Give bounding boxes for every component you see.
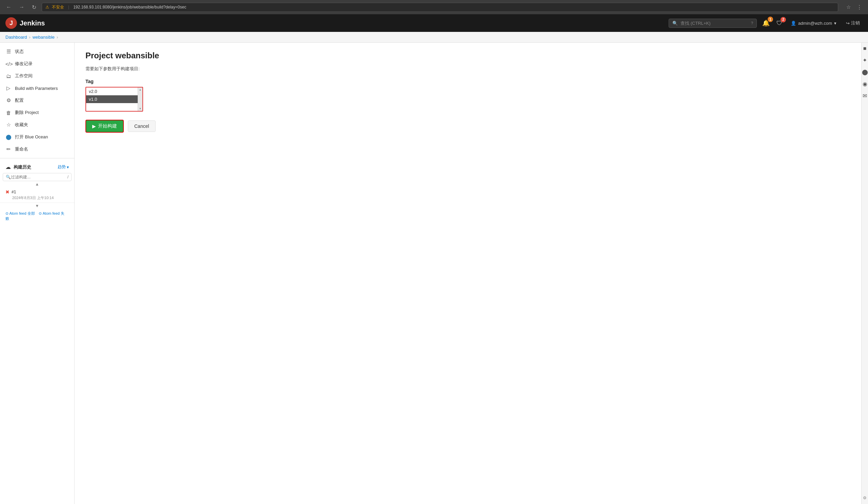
jenkins-logo[interactable]: J Jenkins xyxy=(6,17,45,29)
right-panel-icon-5[interactable]: ✉ xyxy=(862,93,867,99)
start-build-label: 开始构建 xyxy=(98,123,117,129)
notification-badge: 1 xyxy=(768,17,773,22)
build-item-num: ✖ #1 xyxy=(6,189,69,195)
filter-search-icon: 🔍 xyxy=(6,175,11,179)
tag-scroll-up-icon: ▲ xyxy=(139,88,142,91)
sidebar-item-changes[interactable]: </> 修改记录 xyxy=(0,58,74,70)
right-panel: ■ ✦ ⬤ ◉ ✉ ⚙ + xyxy=(861,43,868,504)
sidebar-item-build-with-params[interactable]: ▷ 开始构建 Build with Parameters xyxy=(0,82,74,94)
breadcrumb-sep-1: › xyxy=(29,34,31,40)
search-box[interactable]: 🔍 ? xyxy=(669,19,757,28)
status-icon: ☰ xyxy=(6,49,11,55)
build-description: 需要如下参数用于构建项目: xyxy=(85,66,850,72)
user-menu[interactable]: 👤 admin@wzh.com ▾ xyxy=(788,19,839,27)
browser-actions: ☆ ⋮ xyxy=(844,3,864,11)
trend-button[interactable]: 趋势 ▾ xyxy=(58,164,69,170)
filter-row[interactable]: 🔍 / xyxy=(3,173,72,181)
cancel-button[interactable]: Cancel xyxy=(128,121,156,132)
main-content: Project webansible 需要如下参数用于构建项目: Tag v2.… xyxy=(75,43,861,504)
tag-option-empty[interactable] xyxy=(86,103,142,111)
scroll-up-button[interactable]: ▲ xyxy=(35,182,39,186)
main-layout: ☰ 状态 </> 修改记录 🗂 工作空间 ▷ 开始构建 Build with P… xyxy=(0,43,868,504)
param-tag-label: Tag xyxy=(85,79,850,84)
trend-chevron-icon: ▾ xyxy=(67,165,69,169)
build-history-cloud-icon: ☁ xyxy=(6,164,11,170)
sidebar-item-workspace[interactable]: 🗂 工作空间 xyxy=(0,70,74,82)
delete-icon: 🗑 xyxy=(6,110,11,116)
filter-input[interactable] xyxy=(11,175,68,179)
back-button[interactable]: ← xyxy=(4,3,13,11)
atom-links: ⊙ Atom feed 全部 ⊙ Atom feed 失败 xyxy=(0,209,74,223)
workspace-icon: 🗂 xyxy=(6,73,11,79)
tag-list[interactable]: v2.0 v1.0 ▲ ▼ xyxy=(85,87,143,112)
user-icon: 👤 xyxy=(791,21,796,26)
tag-option-v10[interactable]: v1.0 xyxy=(86,95,142,103)
build-fail-icon: ✖ xyxy=(6,189,10,195)
logout-label: 注销 xyxy=(851,20,860,26)
start-build-button[interactable]: ▶ 开始构建 xyxy=(85,120,124,133)
build-date: 2024年8月3日 上午10:14 xyxy=(6,195,69,200)
sidebar-item-rename[interactable]: ✏ 重命名 xyxy=(0,143,74,155)
favorites-icon: ☆ xyxy=(6,122,11,128)
sidebar-label-workspace: 工作空间 xyxy=(15,73,32,79)
action-buttons: ▶ 开始构建 Cancel xyxy=(85,120,850,133)
logout-button[interactable]: ↪ 注销 xyxy=(843,19,862,28)
jenkins-logo-icon: J xyxy=(6,17,17,29)
right-panel-icon-2[interactable]: ✦ xyxy=(862,57,867,63)
url-text[interactable]: 192.168.93.101:8080/jenkins/job/webansib… xyxy=(73,5,186,10)
security-warning-text: 不安全 xyxy=(52,4,64,10)
logout-icon: ↪ xyxy=(846,21,850,26)
changes-icon: </> xyxy=(6,61,11,67)
sidebar-item-status[interactable]: ☰ 状态 xyxy=(0,45,74,58)
shield-button[interactable]: 🛡 2 xyxy=(775,18,784,28)
sidebar-label-config: 配置 xyxy=(15,97,24,103)
tag-option-v20[interactable]: v2.0 xyxy=(86,88,142,95)
blue-ocean-icon: ⬤ xyxy=(6,134,11,140)
jenkins-header: J Jenkins 🔍 ? 🔔 1 🛡 2 👤 admin@wzh.com ▾ … xyxy=(0,14,868,32)
sidebar-label-status: 状态 xyxy=(15,49,24,55)
notification-button[interactable]: 🔔 1 xyxy=(761,18,771,28)
sidebar-item-favorites[interactable]: ☆ 收藏夹 xyxy=(0,119,74,131)
sidebar-divider xyxy=(0,158,74,158)
scroll-down-button[interactable]: ▼ xyxy=(35,204,39,208)
user-name: admin@wzh.com xyxy=(798,21,832,26)
right-panel-icon-3[interactable]: ⬤ xyxy=(862,69,868,75)
atom-icon-1: ⊙ xyxy=(6,211,9,215)
tag-scrollbar: ▲ ▼ xyxy=(138,88,142,111)
address-bar: ⚠ 不安全 | 192.168.93.101:8080/jenkins/job/… xyxy=(42,3,838,12)
search-icon: 🔍 xyxy=(672,21,678,26)
browser-bar: ← → ↻ ⚠ 不安全 | 192.168.93.101:8080/jenkin… xyxy=(0,0,868,14)
build-history-header: ☁ 构建历史 趋势 ▾ xyxy=(0,161,74,173)
tag-list-inner: v2.0 v1.0 xyxy=(86,88,142,111)
search-input[interactable] xyxy=(681,21,748,26)
shield-badge: 2 xyxy=(781,17,786,22)
breadcrumb-webansible[interactable]: webansible xyxy=(32,34,54,40)
breadcrumb-sep-2: › xyxy=(56,34,58,40)
right-panel-icon-4[interactable]: ◉ xyxy=(862,81,867,87)
atom-feed-all-link[interactable]: Atom feed 全部 xyxy=(9,211,34,215)
jenkins-logo-text: Jenkins xyxy=(20,19,45,27)
build-params-icon: ▷ xyxy=(6,85,11,91)
browser-star-button[interactable]: ☆ xyxy=(844,3,853,11)
sidebar-label-favorites: 收藏夹 xyxy=(15,122,28,128)
sidebar-label-changes: 修改记录 xyxy=(15,61,32,67)
reload-button[interactable]: ↻ xyxy=(30,3,38,12)
rename-icon: ✏ xyxy=(6,146,11,152)
play-icon: ▶ xyxy=(92,123,96,129)
page-title: Project webansible xyxy=(85,51,850,60)
user-chevron-icon: ▾ xyxy=(834,21,836,26)
right-panel-icon-1[interactable]: ■ xyxy=(863,45,867,52)
trend-label: 趋势 xyxy=(58,164,66,170)
forward-button[interactable]: → xyxy=(17,3,27,11)
tag-scroll-down-icon: ▼ xyxy=(139,107,142,110)
filter-shortcut-label: / xyxy=(68,175,69,179)
config-icon: ⚙ xyxy=(6,97,11,103)
sidebar-item-delete[interactable]: 🗑 删除 Project xyxy=(0,106,74,119)
build-history-title: 构建历史 xyxy=(13,164,55,170)
sidebar-item-config[interactable]: ⚙ 配置 xyxy=(0,94,74,106)
build-item-1[interactable]: ✖ #1 2024年8月3日 上午10:14 xyxy=(0,187,74,203)
sidebar-item-blue-ocean[interactable]: ⬤ 打开 Blue Ocean xyxy=(0,131,74,143)
right-panel-settings-icon[interactable]: ⚙ xyxy=(863,495,867,500)
browser-extensions-button[interactable]: ⋮ xyxy=(855,3,864,11)
breadcrumb-dashboard[interactable]: Dashboard xyxy=(6,34,27,40)
